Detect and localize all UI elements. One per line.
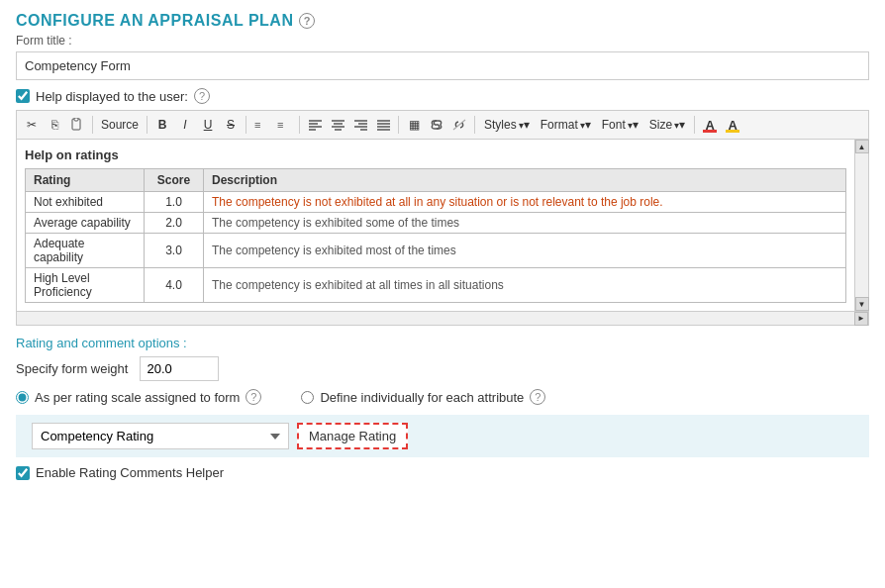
align-center-icon (332, 119, 344, 131)
justify-button[interactable] (372, 114, 394, 136)
help-displayed-checkbox[interactable] (16, 89, 30, 103)
form-weight-label: Specify form weight (16, 361, 128, 376)
form-title-label: Form title : (16, 34, 869, 48)
editor-area: Help on ratings Rating Score Description… (16, 139, 869, 312)
toolbar-sep-6 (474, 116, 475, 134)
italic-button[interactable]: I (174, 114, 196, 136)
radio-define-individually[interactable] (301, 391, 314, 404)
dropdown-row: Competency Rating Manage Rating (16, 415, 869, 457)
rating-table: Rating Score Description Not exhibited 1… (25, 168, 846, 303)
radio-option-2: Define individually for each attribute ? (301, 389, 545, 405)
radio-option-1: As per rating scale assigned to form ? (16, 389, 261, 405)
unordered-list-button[interactable]: ≡ (273, 114, 295, 136)
strike-button[interactable]: S (220, 114, 242, 136)
table-cell-description: The competency is not exhibited at all i… (204, 192, 846, 213)
size-caret-icon: ▾ (674, 118, 685, 132)
table-header-score: Score (145, 169, 204, 192)
bold-button[interactable]: B (151, 114, 173, 136)
page-title-help-icon[interactable]: ? (299, 13, 315, 29)
editor-hscrollbar: ► (16, 312, 869, 326)
bg-color-button[interactable]: A (722, 114, 743, 136)
font-color-bar-icon (703, 130, 717, 133)
hscroll-right-icon: ► (857, 314, 865, 323)
table-cell-score: 1.0 (145, 192, 204, 213)
editor-scrollbar: ▲ ▼ (854, 140, 868, 311)
font-dropdown[interactable]: Font ▾ (597, 114, 643, 136)
align-center-button[interactable] (327, 114, 348, 136)
cut-button[interactable]: ✂ (21, 114, 43, 136)
toolbar-sep-5 (398, 116, 399, 134)
page-title-row: CONFIGURE AN APPRAISAL PLAN ? (16, 12, 869, 30)
enable-rating-checkbox[interactable] (16, 466, 30, 480)
copy-button[interactable]: ⎘ (44, 114, 65, 136)
table-cell-rating: Not exhibited (26, 192, 145, 213)
align-left-button[interactable] (304, 114, 326, 136)
unordered-list-icon: ≡ (277, 118, 291, 132)
radio2-help-icon[interactable]: ? (530, 389, 545, 405)
font-color-button[interactable]: A (699, 114, 721, 136)
table-cell-score: 4.0 (145, 268, 204, 303)
styles-label: Styles (484, 118, 517, 132)
toolbar-sep-3 (246, 116, 246, 134)
enable-rating-row: Enable Rating Comments Helper (16, 465, 869, 480)
font-caret-icon: ▾ (628, 118, 639, 132)
table-cell-description: The competency is exhibited most of the … (204, 234, 846, 268)
source-label: Source (101, 118, 139, 132)
unlink-icon (452, 119, 466, 131)
hscroll-right-button[interactable]: ► (854, 312, 868, 326)
scroll-down-icon: ▼ (858, 300, 866, 309)
table-row: High Level Proficiency 4.0 The competenc… (26, 268, 846, 303)
svg-text:≡: ≡ (254, 119, 260, 131)
toolbar-sep-7 (694, 116, 695, 134)
rating-options-label: Rating and comment options : (16, 336, 869, 350)
competency-rating-select[interactable]: Competency Rating (32, 423, 289, 449)
table-cell-description: The competency is exhibited at all times… (204, 268, 846, 303)
size-dropdown[interactable]: Size ▾ (644, 114, 690, 136)
ordered-list-icon: ≡ (254, 118, 268, 132)
table-row: Not exhibited 1.0 The competency is not … (26, 192, 846, 213)
justify-icon (377, 119, 390, 131)
svg-rect-1 (74, 118, 78, 121)
format-dropdown[interactable]: Format ▾ (536, 114, 596, 136)
radio1-help-icon[interactable]: ? (246, 389, 261, 405)
editor-toolbar: ✂ ⎘ Source B I U S ≡ ≡ (16, 110, 869, 139)
svg-text:≡: ≡ (277, 119, 283, 131)
form-weight-input[interactable] (140, 356, 219, 381)
help-displayed-label: Help displayed to the user: (36, 89, 188, 104)
underline-button[interactable]: U (197, 114, 219, 136)
help-displayed-help-icon[interactable]: ? (194, 88, 210, 104)
link-button[interactable] (426, 114, 447, 136)
editor-content[interactable]: Help on ratings Rating Score Description… (17, 140, 854, 311)
scroll-up-icon: ▲ (858, 143, 866, 151)
page-container: CONFIGURE AN APPRAISAL PLAN ? Form title… (0, 0, 885, 492)
radio-as-per-scale[interactable] (16, 391, 29, 404)
ordered-list-button[interactable]: ≡ (250, 114, 272, 136)
align-right-button[interactable] (349, 114, 371, 136)
enable-rating-label: Enable Rating Comments Helper (36, 465, 224, 480)
help-displayed-row: Help displayed to the user: ? (16, 88, 869, 104)
toolbar-sep-4 (299, 116, 300, 134)
unlink-button[interactable] (448, 114, 470, 136)
align-left-icon (309, 119, 322, 131)
rating-options-section: Rating and comment options : Specify for… (16, 336, 869, 480)
scrollbar-up-button[interactable]: ▲ (855, 140, 869, 153)
bg-color-bar-icon (726, 130, 739, 133)
table-cell-rating: Average capability (26, 213, 145, 234)
source-button[interactable]: Source (97, 114, 143, 136)
table-row: Average capability 2.0 The competency is… (26, 213, 846, 234)
styles-dropdown[interactable]: Styles ▾ (479, 114, 535, 136)
form-title-input[interactable] (16, 51, 869, 80)
table-button[interactable]: ▦ (403, 114, 425, 136)
styles-caret-icon: ▾ (519, 118, 530, 132)
table-cell-rating: High Level Proficiency (26, 268, 145, 303)
table-cell-rating: Adequate capability (26, 234, 145, 268)
table-row: Adequate capability 3.0 The competency i… (26, 234, 846, 268)
form-weight-row: Specify form weight (16, 356, 869, 381)
manage-rating-button[interactable]: Manage Rating (297, 423, 408, 449)
radio-as-per-scale-label: As per rating scale assigned to form (35, 390, 240, 405)
scrollbar-down-button[interactable]: ▼ (855, 297, 869, 311)
paste-button[interactable] (66, 114, 88, 136)
align-right-icon (354, 119, 367, 131)
table-header-description: Description (204, 169, 846, 192)
format-label: Format (541, 118, 578, 132)
